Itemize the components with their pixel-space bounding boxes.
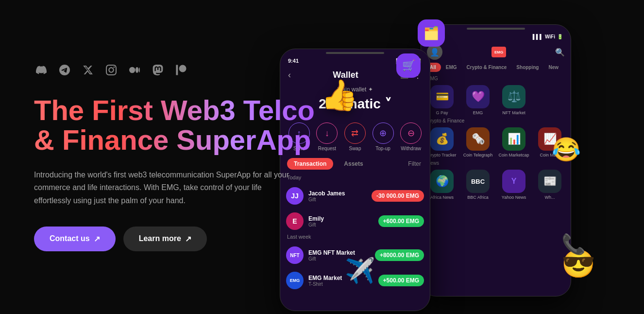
phone-emoji: 📞 — [561, 233, 586, 256]
tab-crypto[interactable]: Crypto & Finance — [462, 63, 512, 72]
apps-grid-emg: 💳 G Pay 💜 EMG ⚖️ NFT Market — [421, 83, 571, 117]
withdraw-icon: ⊖ — [400, 122, 422, 144]
app-item-wh[interactable]: 📰 Wh... — [534, 170, 566, 200]
nft-amount: +8000.00 EMG — [375, 249, 424, 261]
app-item-africanews[interactable]: 🌍 Africa News — [426, 170, 458, 200]
phone-back: 9:41 ▌▌▌WiFi🔋 👤 EMG 🔍 All EMG Crypto & F… — [421, 24, 571, 297]
thumb-emoji: 👍 — [321, 78, 358, 113]
telegram-icon[interactable] — [57, 63, 72, 77]
action-swap[interactable]: ⇄ Swap — [344, 122, 366, 151]
filter-label[interactable]: Filter — [408, 160, 423, 167]
section-finance-label: Crypto & Finance — [421, 117, 571, 125]
unknown-icon: 📰 — [538, 170, 561, 193]
left-content: The First Web3 Telco & Finance SuperApp … — [34, 63, 316, 251]
tracker-icon: 💰 — [430, 127, 454, 151]
instagram-icon[interactable] — [104, 63, 119, 77]
bag-icon: 🗂️ — [418, 19, 445, 47]
laugh-emoji: 😂 — [552, 136, 581, 163]
bbc-icon: BBC — [466, 170, 490, 193]
action-topup[interactable]: ⊕ Top-up — [373, 122, 394, 151]
discord-icon[interactable] — [34, 63, 49, 77]
section-news-label: News — [421, 159, 571, 168]
coinmarketcap-icon: 📊 — [502, 127, 525, 151]
action-withdraw[interactable]: ⊖ Withdraw — [400, 122, 422, 151]
topup-icon: ⊕ — [373, 122, 394, 144]
contact-us-button[interactable]: Contact us ↗ — [34, 227, 116, 251]
tab-shopping[interactable]: Shopping — [511, 63, 543, 72]
request-icon: ↓ — [316, 122, 338, 144]
jacob-amount: -30 000.00 EMG — [372, 190, 424, 202]
nft-icon: ⚖️ — [502, 85, 525, 108]
search-icon[interactable]: 🔍 — [555, 48, 565, 57]
emgmarket-amount: +500.00 EMG — [378, 275, 424, 286]
yahoo-icon: Y — [502, 170, 525, 193]
emg-icon: 💜 — [466, 85, 490, 108]
app-item-gpay[interactable]: 💳 G Pay — [426, 85, 458, 115]
emgmarket-avatar: EMG — [286, 272, 304, 289]
mastodon-icon[interactable] — [151, 63, 165, 77]
cart-icon: 🛒 — [396, 53, 421, 78]
jacob-info: Jacob James Gift — [308, 190, 367, 202]
action-request[interactable]: ↓ Request — [316, 122, 338, 151]
hero-section: The First Web3 Telco & Finance SuperApp … — [0, 0, 644, 314]
tab-assets[interactable]: Assets — [337, 158, 370, 170]
right-content: 👍 ✈️ 🗂️ 🛒 😂 😎 📞 9:41 ▌▌▌WiFi🔋 — [316, 0, 610, 314]
patreon-icon[interactable] — [174, 63, 188, 77]
emily-info: Emily Gift — [308, 215, 373, 227]
filter-tabs: All EMG Crypto & Finance Shopping New — [421, 63, 571, 75]
app-item-bbc[interactable]: BBC BBC Africa — [462, 170, 494, 200]
cointelegraph-icon: 🗞️ — [466, 127, 490, 151]
app-item-emg[interactable]: 💜 EMG — [462, 85, 494, 115]
cart-float: 🛒 — [396, 53, 421, 78]
app-item-cointelegraph[interactable]: 🗞️ Coin Telegraph — [462, 127, 494, 157]
app-item-coinmarketcap[interactable]: 📊 Coin Marketcap — [498, 127, 530, 157]
section-emg-label: EMG — [421, 75, 571, 83]
app-item-nftmarket[interactable]: ⚖️ NFT Market — [498, 85, 530, 115]
headline: The First Web3 Telco & Finance SuperApp — [34, 96, 316, 155]
apps-grid-news: 🌍 Africa News BBC BBC Africa Y Yahoo New… — [421, 168, 571, 202]
app-item-yahoo[interactable]: Y Yahoo News — [498, 170, 530, 200]
app-logo: EMG — [491, 47, 506, 57]
hero-subtext: Introducing the world's first web3 telec… — [34, 169, 296, 207]
globe-icon: 🌍 — [430, 170, 454, 193]
emily-amount: +600.00 EMG — [378, 215, 424, 227]
learn-more-button[interactable]: Learn more ↗ — [123, 227, 207, 251]
medium-icon[interactable] — [127, 63, 142, 77]
tab-new[interactable]: New — [543, 63, 563, 72]
swap-icon: ⇄ — [344, 122, 366, 144]
tab-emg[interactable]: EMG — [441, 63, 462, 72]
gpay-icon: 💳 — [430, 85, 454, 108]
arrow-icon-learn: ↗ — [185, 234, 191, 244]
apps-grid-finance: 💰 Crypto Tracker 🗞️ Coin Telegraph 📊 Coi… — [421, 125, 571, 159]
social-icons — [34, 63, 316, 77]
cta-buttons: Contact us ↗ Learn more ↗ — [34, 227, 316, 251]
app-item-tracker[interactable]: 💰 Crypto Tracker — [426, 127, 458, 157]
arrow-icon: ↗ — [94, 234, 100, 244]
bag-float: 🗂️ — [418, 19, 445, 47]
twitter-icon[interactable] — [81, 63, 95, 77]
plane-emoji: ✈️ — [345, 257, 375, 285]
